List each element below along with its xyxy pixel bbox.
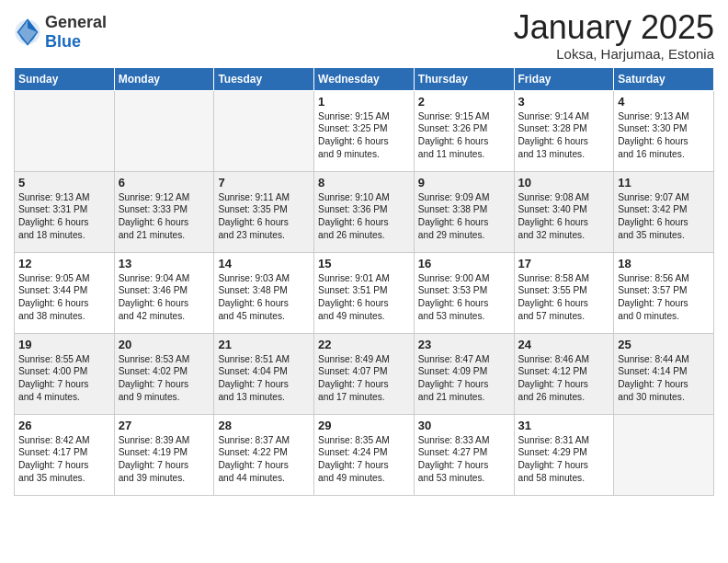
day-number: 16 (418, 257, 510, 270)
cell-content: Sunrise: 8:42 AMSunset: 4:17 PMDaylight:… (18, 434, 110, 485)
cell-content: Sunrise: 8:37 AMSunset: 4:22 PMDaylight:… (218, 434, 310, 485)
calendar-cell: 8Sunrise: 9:10 AMSunset: 3:36 PMDaylight… (314, 171, 415, 252)
calendar-cell: 20Sunrise: 8:53 AMSunset: 4:02 PMDayligh… (114, 333, 214, 414)
calendar-cell (114, 90, 214, 171)
weekday-header-sunday: Sunday (15, 67, 115, 90)
calendar-cell: 26Sunrise: 8:42 AMSunset: 4:17 PMDayligh… (15, 414, 115, 495)
calendar-week-row: 5Sunrise: 9:13 AMSunset: 3:31 PMDaylight… (15, 171, 714, 252)
cell-content: Sunrise: 8:49 AMSunset: 4:07 PMDaylight:… (318, 353, 410, 404)
day-number: 29 (318, 419, 410, 432)
calendar-cell: 24Sunrise: 8:46 AMSunset: 4:12 PMDayligh… (514, 333, 614, 414)
cell-content: Sunrise: 8:55 AMSunset: 4:00 PMDaylight:… (18, 353, 110, 404)
calendar-cell: 2Sunrise: 9:15 AMSunset: 3:26 PMDaylight… (414, 90, 514, 171)
title-block: January 2025 Loksa, Harjumaa, Estonia (514, 9, 714, 62)
calendar-cell: 23Sunrise: 8:47 AMSunset: 4:09 PMDayligh… (414, 333, 514, 414)
day-number: 23 (418, 338, 510, 351)
calendar-cell: 4Sunrise: 9:13 AMSunset: 3:30 PMDaylight… (614, 90, 714, 171)
calendar-cell: 18Sunrise: 8:56 AMSunset: 3:57 PMDayligh… (614, 252, 714, 333)
cell-content: Sunrise: 9:03 AMSunset: 3:48 PMDaylight:… (218, 272, 310, 323)
day-number: 5 (18, 176, 110, 190)
day-number: 12 (18, 257, 110, 270)
day-number: 19 (18, 338, 110, 351)
cell-content: Sunrise: 8:47 AMSunset: 4:09 PMDaylight:… (418, 353, 510, 404)
day-number: 31 (518, 419, 610, 432)
calendar-week-row: 26Sunrise: 8:42 AMSunset: 4:17 PMDayligh… (15, 414, 714, 495)
cell-content: Sunrise: 9:10 AMSunset: 3:36 PMDaylight:… (318, 191, 410, 242)
day-number: 2 (418, 95, 510, 109)
cell-content: Sunrise: 9:12 AMSunset: 3:33 PMDaylight:… (119, 191, 210, 242)
weekday-header-friday: Friday (514, 67, 614, 90)
day-number: 28 (218, 419, 310, 432)
calendar-cell: 30Sunrise: 8:33 AMSunset: 4:27 PMDayligh… (414, 414, 514, 495)
cell-content: Sunrise: 8:46 AMSunset: 4:12 PMDaylight:… (518, 353, 610, 404)
cell-content: Sunrise: 9:14 AMSunset: 3:28 PMDaylight:… (518, 110, 610, 161)
weekday-header-thursday: Thursday (414, 67, 514, 90)
cell-content: Sunrise: 9:04 AMSunset: 3:46 PMDaylight:… (119, 272, 210, 323)
day-number: 22 (318, 338, 410, 351)
cell-content: Sunrise: 8:44 AMSunset: 4:14 PMDaylight:… (618, 353, 710, 404)
day-number: 7 (218, 176, 310, 190)
calendar-week-row: 19Sunrise: 8:55 AMSunset: 4:00 PMDayligh… (15, 333, 714, 414)
weekday-header-wednesday: Wednesday (314, 67, 415, 90)
day-number: 20 (119, 338, 210, 351)
calendar-cell: 29Sunrise: 8:35 AMSunset: 4:24 PMDayligh… (314, 414, 415, 495)
calendar-cell: 10Sunrise: 9:08 AMSunset: 3:40 PMDayligh… (514, 171, 614, 252)
cell-content: Sunrise: 9:11 AMSunset: 3:35 PMDaylight:… (218, 191, 310, 242)
cell-content: Sunrise: 9:15 AMSunset: 3:26 PMDaylight:… (418, 110, 510, 161)
day-number: 27 (119, 419, 210, 432)
logo-general-text: General (45, 13, 107, 31)
day-number: 10 (518, 176, 610, 190)
calendar-cell: 7Sunrise: 9:11 AMSunset: 3:35 PMDaylight… (214, 171, 314, 252)
cell-content: Sunrise: 9:01 AMSunset: 3:51 PMDaylight:… (318, 272, 410, 323)
calendar-cell (214, 90, 314, 171)
logo: General Blue (14, 13, 107, 52)
cell-content: Sunrise: 9:13 AMSunset: 3:31 PMDaylight:… (18, 191, 110, 242)
weekday-header-row: SundayMondayTuesdayWednesdayThursdayFrid… (15, 67, 714, 90)
calendar-cell: 22Sunrise: 8:49 AMSunset: 4:07 PMDayligh… (314, 333, 415, 414)
day-number: 24 (518, 338, 610, 351)
month-year-title: January 2025 (514, 9, 714, 46)
calendar-cell (614, 414, 714, 495)
cell-content: Sunrise: 9:15 AMSunset: 3:25 PMDaylight:… (318, 110, 410, 161)
cell-content: Sunrise: 9:07 AMSunset: 3:42 PMDaylight:… (618, 191, 710, 242)
day-number: 9 (418, 176, 510, 190)
cell-content: Sunrise: 8:53 AMSunset: 4:02 PMDaylight:… (119, 353, 210, 404)
calendar-cell: 6Sunrise: 9:12 AMSunset: 3:33 PMDaylight… (114, 171, 214, 252)
cell-content: Sunrise: 8:58 AMSunset: 3:55 PMDaylight:… (518, 272, 610, 323)
day-number: 3 (518, 95, 610, 109)
calendar-cell: 25Sunrise: 8:44 AMSunset: 4:14 PMDayligh… (614, 333, 714, 414)
calendar-cell: 13Sunrise: 9:04 AMSunset: 3:46 PMDayligh… (114, 252, 214, 333)
calendar-cell: 19Sunrise: 8:55 AMSunset: 4:00 PMDayligh… (15, 333, 115, 414)
day-number: 6 (119, 176, 210, 190)
cell-content: Sunrise: 8:51 AMSunset: 4:04 PMDaylight:… (218, 353, 310, 404)
calendar-cell: 5Sunrise: 9:13 AMSunset: 3:31 PMDaylight… (15, 171, 115, 252)
day-number: 11 (618, 176, 710, 190)
cell-content: Sunrise: 9:00 AMSunset: 3:53 PMDaylight:… (418, 272, 510, 323)
page-header: General Blue January 2025 Loksa, Harjuma… (14, 9, 714, 62)
calendar-cell: 28Sunrise: 8:37 AMSunset: 4:22 PMDayligh… (214, 414, 314, 495)
day-number: 14 (218, 257, 310, 270)
day-number: 25 (618, 338, 710, 351)
calendar-table: SundayMondayTuesdayWednesdayThursdayFrid… (14, 67, 714, 496)
cell-content: Sunrise: 8:56 AMSunset: 3:57 PMDaylight:… (618, 272, 710, 323)
calendar-cell: 17Sunrise: 8:58 AMSunset: 3:55 PMDayligh… (514, 252, 614, 333)
calendar-cell (15, 90, 115, 171)
day-number: 30 (418, 419, 510, 432)
calendar-cell: 9Sunrise: 9:09 AMSunset: 3:38 PMDaylight… (414, 171, 514, 252)
day-number: 4 (618, 95, 710, 109)
day-number: 21 (218, 338, 310, 351)
cell-content: Sunrise: 9:08 AMSunset: 3:40 PMDaylight:… (518, 191, 610, 242)
calendar-cell: 1Sunrise: 9:15 AMSunset: 3:25 PMDaylight… (314, 90, 415, 171)
calendar-cell: 16Sunrise: 9:00 AMSunset: 3:53 PMDayligh… (414, 252, 514, 333)
cell-content: Sunrise: 9:13 AMSunset: 3:30 PMDaylight:… (618, 110, 710, 161)
day-number: 13 (119, 257, 210, 270)
calendar-cell: 27Sunrise: 8:39 AMSunset: 4:19 PMDayligh… (114, 414, 214, 495)
calendar-cell: 3Sunrise: 9:14 AMSunset: 3:28 PMDaylight… (514, 90, 614, 171)
cell-content: Sunrise: 9:09 AMSunset: 3:38 PMDaylight:… (418, 191, 510, 242)
weekday-header-monday: Monday (114, 67, 214, 90)
calendar-week-row: 1Sunrise: 9:15 AMSunset: 3:25 PMDaylight… (15, 90, 714, 171)
calendar-cell: 15Sunrise: 9:01 AMSunset: 3:51 PMDayligh… (314, 252, 415, 333)
day-number: 18 (618, 257, 710, 270)
cell-content: Sunrise: 8:39 AMSunset: 4:19 PMDaylight:… (119, 434, 210, 485)
day-number: 15 (318, 257, 410, 270)
